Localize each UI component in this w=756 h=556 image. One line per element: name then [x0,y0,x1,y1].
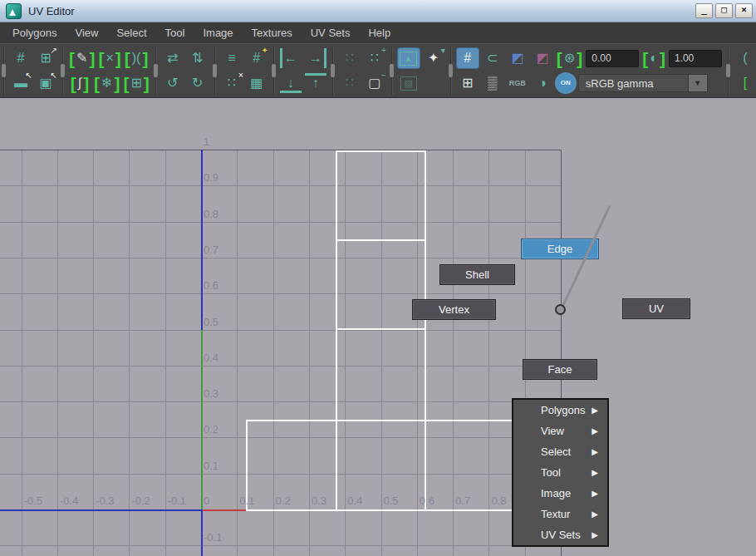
clipped-icon-bottom[interactable]: [ [734,73,756,93]
stack-shells-icon[interactable]: ▦ [246,73,268,93]
marking-menu-uv[interactable]: UV [622,298,690,319]
y-axis-label: 0.3 [204,387,218,400]
flip-v-icon[interactable]: ⇅ [187,48,209,68]
align-left-icon[interactable]: ← [280,48,302,68]
marking-menu-shell[interactable]: Shell [439,264,515,285]
grid-vline [129,150,130,556]
toolbar-separator[interactable] [447,47,454,95]
minimize-button[interactable]: _ [695,3,713,18]
marking-menu-center[interactable] [555,304,566,315]
colorspace-dropdown[interactable]: sRGB gamma▼ [578,74,708,92]
add-uv-set-icon[interactable]: ∷+ [364,48,385,68]
alpha-channel-icon[interactable]: ◑ [532,73,553,93]
uv-shell-edge [336,328,425,330]
submenu-arrow-icon: ▶ [592,468,598,477]
uv-lattice-icon[interactable]: # [10,48,32,68]
menu-select[interactable]: Select [107,22,155,43]
delete-uv-set-icon[interactable]: ▢− [364,73,385,93]
grid-toggle-icon[interactable]: # [457,48,479,68]
contrast-icon[interactable]: ◐ [642,48,665,68]
submenu-uv-sets[interactable]: UV Sets▶ [513,524,607,545]
pin-uv-icon[interactable]: ❄ [94,73,120,93]
menu-view[interactable]: View [66,22,107,43]
uv-tools-group: ✎×)(∫❄⊞ [66,48,152,94]
clipped-icon-top[interactable]: ( [734,48,756,68]
magnet-icon[interactable]: ⊂ [482,48,503,68]
uv-set-icon[interactable]: ∷ [339,48,361,68]
texture-borders-icon-glyph: ◩ [511,52,523,65]
grid-window-icon[interactable]: ⊞ [457,73,479,93]
marking-menu-face[interactable]: Face [523,359,597,380]
exposure-icon-glyph: ⊛ [564,52,575,65]
menu-textures[interactable]: Textures [243,22,302,43]
dither-icon[interactable]: ▒ [482,73,503,93]
y-axis-label: -0.1 [204,531,222,544]
grid-window-icon-glyph: ⊞ [462,76,473,90]
close-button[interactable]: × [735,3,753,18]
grid-vline [345,150,346,556]
menu-polygons[interactable]: Polygons [3,22,66,43]
maximize-button[interactable]: □ [715,3,733,18]
dim-image-icon[interactable]: ▨ [398,73,420,93]
toolbar-separator[interactable] [270,47,277,95]
align-right-icon[interactable]: → [305,48,326,68]
toolbar-separator[interactable] [152,47,160,95]
title-bar[interactable]: UV Editor _□× [0,0,756,22]
y-axis-label: 1 [204,135,209,148]
edge-select-icon[interactable]: ▬↖ [10,73,32,93]
menu-uv-sets[interactable]: UV Sets [302,22,360,43]
align-bottom-icon[interactable]: ↓ [280,73,302,93]
pixel-snap-icon[interactable]: ✦▾ [423,48,444,68]
display-image-icon[interactable]: ▲ [398,48,420,68]
snap-grid-icon[interactable]: #✦ [246,48,268,68]
uv-canvas[interactable]: -0.5-0.4-0.3-0.2-0.100.10.20.30.40.50.60… [0,98,756,556]
u-axis-negative [0,509,201,511]
marking-menu-vertex[interactable]: Vertex [412,299,496,320]
submenu-polygons[interactable]: Polygons▶ [513,400,607,421]
menu-help[interactable]: Help [359,22,400,43]
unfold-uv-icon[interactable]: ⊞↗ [35,48,56,68]
layout-uvs-icon[interactable]: ≡ [221,48,243,68]
submenu-textur[interactable]: Textur▶ [513,504,607,524]
texture-borders-icon[interactable]: ◩ [507,48,528,68]
copy-uv-set-icon[interactable]: ∷ [339,73,361,93]
submenu-view[interactable]: View▶ [513,421,607,441]
x-axis-label: 0.6 [420,494,434,507]
distribute-uvs-icon[interactable]: ∷× [221,73,243,93]
menu-image[interactable]: Image [194,22,242,43]
toolbar-separator[interactable] [0,47,7,95]
rotate-cw-icon[interactable]: ↻ [187,73,209,93]
flip-u-icon[interactable]: ⇄ [162,48,184,68]
submenu-select[interactable]: Select▶ [513,441,607,462]
rgb-channels-icon[interactable]: RGB [507,73,528,93]
merge-uv-icon[interactable]: )( [125,48,149,68]
menu-tool[interactable]: Tool [156,22,194,43]
exposure-icon[interactable]: ⊛ [557,48,582,68]
flip-v-icon-glyph: ⇅ [192,52,203,65]
align-top-icon[interactable]: ↑ [305,73,326,93]
clipped-icon-bottom-glyph: [ [744,76,747,90]
toolbar-separator[interactable] [724,47,732,95]
toolbar-separator[interactable] [211,47,218,95]
uv-sets-group: ∷∷+∷▢− [336,48,388,94]
grid-uv-icon[interactable]: ⊞ [123,73,149,93]
dropdown-arrow-icon[interactable]: ▼ [688,75,707,91]
toolbar-separator[interactable] [59,47,66,95]
shell-select-icon[interactable]: ▣↖ [35,73,56,93]
submenu-tool[interactable]: Tool▶ [513,462,607,483]
x-axis-label: 0.2 [276,494,291,507]
u-axis-red [201,509,246,511]
delete-uv-icon[interactable]: × [98,48,120,68]
submenu-image[interactable]: Image▶ [513,483,607,504]
exposure-field[interactable]: 0.00 [586,50,639,67]
toolbar-separator[interactable] [388,47,395,95]
sew-uv-tool-icon[interactable]: ∫ [69,73,91,93]
y-axis-label: 0.1 [204,460,218,472]
toolbar-separator[interactable] [329,47,336,95]
on-toggle-icon[interactable]: ON [557,74,575,92]
cut-uv-tool-icon[interactable]: ✎ [69,48,95,68]
shaded-overlap-icon[interactable]: ◩ [532,48,553,68]
x-axis-label: -0.4 [60,494,78,507]
contrast-field[interactable]: 1.00 [669,50,722,67]
rotate-ccw-icon[interactable]: ↺ [162,73,184,93]
